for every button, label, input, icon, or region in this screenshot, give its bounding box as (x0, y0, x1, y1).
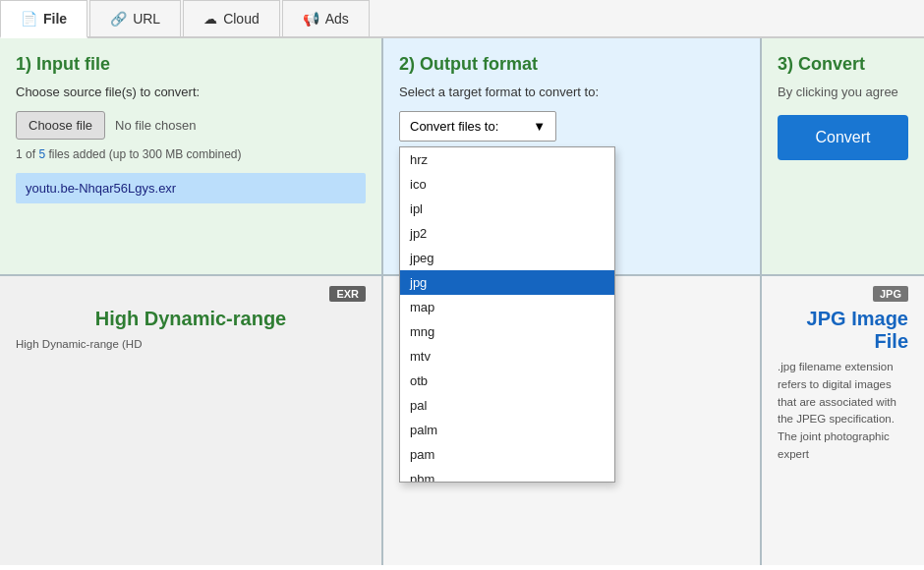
nav-tabs: 📄 File 🔗 URL ☁ Cloud 📢 Ads (0, 0, 924, 38)
jpg-format-name: JPG Image File (778, 308, 908, 353)
output-panel-subtitle: Select a target format to convert to: (399, 85, 744, 99)
dropdown-item-mtv[interactable]: mtv (400, 344, 614, 369)
tab-cloud-label: Cloud (223, 11, 260, 27)
convert-panel-subtitle: By clicking you agree (778, 85, 908, 99)
ads-icon: 📢 (303, 11, 319, 27)
no-file-text: No file chosen (115, 118, 196, 133)
dropdown-item-jpg[interactable]: jpg (400, 270, 614, 295)
dropdown-item-ico[interactable]: ico (400, 172, 614, 197)
output-panel: 2) Output format Select a target format … (383, 38, 762, 274)
preview-left-panel: EXR High Dynamic-range High Dynamic-rang… (0, 276, 383, 565)
top-section: 1) Input file Choose source file(s) to c… (0, 38, 924, 274)
dropdown-item-palm[interactable]: palm (400, 418, 614, 442)
tab-url[interactable]: 🔗 URL (89, 0, 181, 36)
format-dropdown[interactable]: hrzicoipljp2jpegjpgmapmngmtvotbpalpalmpa… (399, 146, 615, 483)
dropdown-item-hrz[interactable]: hrz (400, 147, 614, 172)
dropdown-item-map[interactable]: map (400, 295, 614, 319)
choose-file-button[interactable]: Choose file (16, 111, 105, 140)
dropdown-item-pam[interactable]: pam (400, 442, 614, 467)
tab-cloud[interactable]: ☁ Cloud (183, 0, 280, 36)
tab-url-label: URL (133, 11, 160, 27)
jpg-description: .jpg filename extension refers to digita… (778, 359, 908, 464)
input-panel: 1) Input file Choose source file(s) to c… (0, 38, 383, 274)
chevron-down-icon: ▼ (533, 119, 546, 134)
exr-badge-row: EXR (16, 286, 366, 302)
dropdown-item-jp2[interactable]: jp2 (400, 221, 614, 246)
format-select-button[interactable]: Convert files to: ▼ (399, 111, 556, 142)
cloud-icon: ☁ (203, 11, 217, 27)
tab-file-label: File (43, 11, 67, 27)
file-item: youtu.be-Nhqar56Lgys.exr (16, 173, 366, 203)
preview-right-panel: JPG JPG Image File .jpg filename extensi… (762, 276, 924, 565)
files-count: 1 (16, 147, 23, 161)
dropdown-item-otb[interactable]: otb (400, 369, 614, 393)
url-icon: 🔗 (110, 11, 127, 27)
convert-button[interactable]: Convert (778, 115, 908, 160)
convert-panel-title: 3) Convert (778, 54, 908, 75)
input-panel-subtitle: Choose source file(s) to convert: (16, 85, 366, 99)
dropdown-item-ipl[interactable]: ipl (400, 197, 614, 221)
files-max-link[interactable]: 5 (38, 147, 45, 161)
files-added-text: 1 of 5 files added (up to 300 MB combine… (16, 147, 366, 161)
dropdown-scroll[interactable]: hrzicoipljp2jpegjpgmapmngmtvotbpalpalmpa… (400, 147, 614, 482)
file-icon: 📄 (21, 11, 37, 27)
dropdown-item-pal[interactable]: pal (400, 393, 614, 418)
tab-ads-label: Ads (325, 11, 349, 27)
jpg-badge-row: JPG (778, 286, 908, 302)
tab-file[interactable]: 📄 File (0, 0, 87, 38)
exr-badge: EXR (329, 286, 366, 302)
jpg-badge: JPG (873, 286, 908, 302)
tab-ads[interactable]: 📢 Ads (282, 0, 370, 36)
dropdown-item-pbm[interactable]: pbm (400, 467, 614, 482)
input-panel-title: 1) Input file (16, 54, 366, 75)
exr-format-name: High Dynamic-range (16, 308, 366, 330)
convert-panel: 3) Convert By clicking you agree Convert (762, 38, 924, 274)
format-select-wrapper: Convert files to: ▼ hrzicoipljp2jpegjpgm… (399, 111, 744, 142)
output-panel-title: 2) Output format (399, 54, 744, 75)
exr-description: High Dynamic-range (HD (16, 336, 366, 354)
format-select-label: Convert files to: (410, 119, 498, 134)
dropdown-item-mng[interactable]: mng (400, 319, 614, 344)
file-input-row: Choose file No file chosen (16, 111, 366, 140)
dropdown-item-jpeg[interactable]: jpeg (400, 246, 614, 270)
